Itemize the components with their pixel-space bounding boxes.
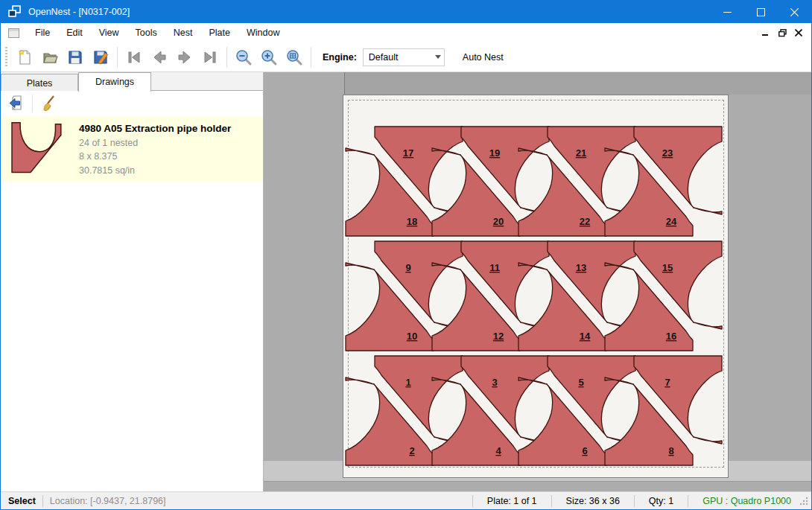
drawings-toolbar [1,91,263,116]
tab-plates[interactable]: Plates [1,74,78,91]
panel-toolbar-separator [32,95,33,112]
drawing-title: 4980 A05 Extraction pipe holder [79,123,231,134]
last-plate-button[interactable] [197,45,223,69]
part-number-label: 13 [576,262,586,273]
status-plate: Plate: 1 of 1 [480,496,545,506]
zoom-fit-icon [285,48,303,66]
tab-drawings[interactable]: Drawings [78,72,151,92]
next-plate-button[interactable] [172,45,197,69]
status-gpu: GPU : Quadro P1000 [695,496,799,506]
window-title: OpenNest - [N0317-002] [28,7,130,17]
mdi-minimize-button[interactable] [758,26,774,40]
next-arrow-icon [176,48,194,66]
toolbar-separator [311,47,311,68]
part-number-label: 4 [495,445,501,456]
app-icon [7,5,22,19]
app-window: OpenNest - [N0317-002] File Edit View To… [0,0,812,510]
broom-icon [39,95,57,112]
zoom-out-icon [235,48,253,66]
save-button[interactable] [63,45,88,69]
menu-plate[interactable]: Plate [200,24,238,42]
part-number-label: 16 [666,331,676,342]
status-separator [472,495,473,507]
title-bar: OpenNest - [N0317-002] [1,1,811,23]
engine-select[interactable]: Default [363,48,445,66]
save-edit-button[interactable] [88,45,113,69]
part-number-label: 11 [489,262,500,273]
zoom-in-icon [260,48,278,66]
status-location: Location: [-0.9437, 21.8796] [50,496,166,506]
engine-label: Engine: [323,52,357,63]
part-number-label: 3 [492,377,497,388]
part-number-label: 14 [580,331,591,342]
new-button[interactable] [12,45,37,69]
chevron-down-icon [435,55,441,59]
menu-view[interactable]: View [91,24,127,42]
menu-nest[interactable]: Nest [165,24,201,42]
menu-bar: File Edit View Tools Nest Plate Window [1,23,811,42]
drawing-nested-count: 24 of 1 nested [79,138,231,148]
mdi-child-icon[interactable] [8,28,19,38]
close-button[interactable] [778,1,811,23]
part-number-label: 10 [407,331,417,342]
part-number-label: 17 [403,147,413,159]
part-number-label: 24 [666,216,677,227]
part-number-label: 18 [407,216,417,227]
part-thumbnail [7,121,73,177]
nest-canvas[interactable]: 171819202122232491011121314151612345678 [264,72,811,491]
part-number-label: 12 [493,331,504,342]
part-number-label: 19 [489,147,500,159]
status-bar: Select Location: [-0.9437, 21.8796] Plat… [1,491,811,509]
part-number-label: 22 [580,216,590,227]
part-number-label: 23 [662,147,673,159]
part-number-label: 21 [576,147,586,159]
toolbar-grip[interactable] [5,47,7,68]
save-edit-icon [92,48,110,66]
mdi-close-button[interactable] [790,26,807,40]
nested-parts-layout: 171819202122232491011121314151612345678 [343,95,729,479]
menu-file[interactable]: File [27,24,58,42]
auto-nest-button[interactable]: Auto Nest [457,48,510,66]
zoom-in-button[interactable] [256,45,282,69]
part-number-label: 20 [493,216,504,227]
import-drawing-button[interactable] [6,93,27,114]
part-number-label: 1 [405,377,410,388]
status-size: Size: 36 x 36 [559,496,627,506]
previous-plate-button[interactable] [147,45,172,69]
part-number-label: 6 [582,445,587,456]
left-panel: Plates Drawings [1,72,264,491]
mdi-restore-button[interactable] [774,26,790,40]
part-number-label: 8 [668,445,673,456]
menu-tools[interactable]: Tools [127,24,165,42]
first-plate-button[interactable] [121,45,147,69]
maximize-button[interactable] [744,1,778,23]
minimize-button[interactable] [711,1,744,23]
drawing-list-item[interactable]: 4980 A05 Extraction pipe holder 24 of 1 … [1,116,263,182]
status-separator [688,495,688,507]
status-qty: Qty: 1 [641,496,681,506]
status-separator [42,495,43,507]
resize-grip[interactable] [799,496,809,506]
part-number-label: 7 [664,377,670,388]
open-folder-icon [41,48,59,66]
part-number-label: 15 [662,262,673,273]
part-number-label: 2 [409,445,414,456]
drawing-size: 8 x 8.375 [79,151,231,162]
clear-drawings-button[interactable] [38,93,59,114]
toolbar-separator [226,47,227,68]
menu-window[interactable]: Window [238,24,288,42]
save-icon [66,48,84,66]
menu-edit[interactable]: Edit [58,24,91,42]
zoom-out-button[interactable] [231,45,256,69]
open-button[interactable] [37,45,63,69]
status-mode: Select [8,496,36,506]
status-separator [634,495,635,507]
new-document-icon [16,48,34,66]
status-separator [551,495,552,507]
last-arrow-icon [201,48,219,66]
part-number-label: 9 [405,262,410,273]
previous-arrow-icon [150,48,168,66]
zoom-fit-button[interactable] [282,45,307,69]
engine-selected-value: Default [369,52,399,63]
panel-tabs: Plates Drawings [1,72,263,91]
